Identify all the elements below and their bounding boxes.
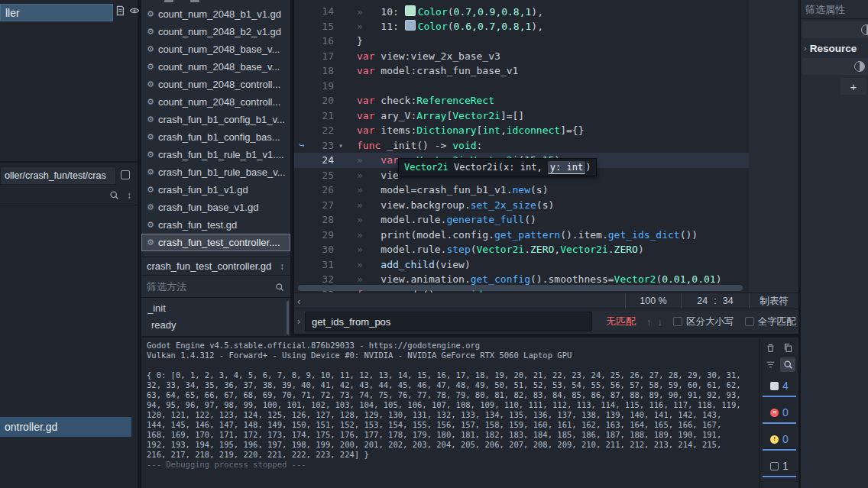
code-line[interactable]: 30» model.rule.step(Vector2i.ZERO,Vector…	[294, 242, 749, 257]
code-line[interactable]: 29» print(model.config.get_pattern().ite…	[294, 228, 749, 243]
console-line: 168, 169, 170, 171, 172, 173, 174, 175, …	[147, 430, 758, 440]
script-list-item[interactable]: ⚙crash_fun_b1_rule_base_v...	[141, 163, 290, 181]
code-line[interactable]: 14» 10: Color(0.7,0.9,0.8,1),	[294, 4, 749, 19]
eye-icon[interactable]	[129, 5, 140, 16]
sort-methods-icon[interactable]: ↕	[280, 261, 284, 272]
console-line	[147, 360, 758, 370]
script-list-item[interactable]: ⚙count_num_2048_controll...	[141, 76, 290, 93]
filesystem-filter-bar[interactable]: ↕	[0, 186, 138, 204]
console-line: { 0: [0, 1, 2, 3, 4, 5, 6, 7, 8, 9, 10, …	[147, 370, 758, 380]
script-list-item[interactable]: ⚙crash_fun_test_controller....	[141, 234, 290, 251]
fold-arrow-icon[interactable]: ▾	[334, 141, 348, 150]
code-area[interactable]: 14» 10: Color(0.7,0.9,0.8,1),15» 11: Col…	[294, 0, 749, 292]
script-list-item[interactable]: ⚙crash_fun_b1_config_b1_v...	[141, 111, 290, 128]
open-script-name-row[interactable]: crash_fun_test_controller.gd ↕	[141, 257, 290, 276]
resource-field[interactable]	[802, 21, 868, 38]
filter-messages-button[interactable]	[763, 357, 778, 372]
script-list-item[interactable]: ⚙crash_fun_test.gd	[141, 216, 290, 234]
resource-section-header[interactable]: › Resource	[802, 40, 868, 57]
gear-icon: ⚙	[147, 97, 154, 107]
find-input[interactable]	[305, 312, 592, 331]
code-line[interactable]: 15» 11: Color(0.6,0.7,0.8,1),	[294, 19, 749, 34]
code-line[interactable]: 16}	[294, 34, 749, 49]
script-name-label: count_num_2048_b1_v1.gd	[158, 8, 281, 20]
find-previous-icon[interactable]: ↑	[646, 316, 652, 328]
gear-icon: ⚙	[147, 202, 154, 212]
gear-icon: ⚙	[147, 220, 154, 230]
editor-messages-counter[interactable]: 1	[763, 456, 796, 477]
resource-icon	[861, 24, 868, 35]
script-list-item[interactable]: ⚙count_num_2048_base_v...	[141, 58, 290, 76]
errors-counter[interactable]: ×0	[763, 402, 796, 424]
script-list-item[interactable]: ⚙count_num_2048_base_v...	[141, 40, 290, 58]
gear-icon: ⚙	[147, 185, 154, 195]
line-number: 28	[309, 214, 334, 225]
filesystem-selected-file[interactable]: ontroller.gd	[0, 417, 131, 437]
method-list-scrollbar[interactable]	[287, 301, 289, 334]
clear-output-button[interactable]	[763, 341, 778, 355]
code-line[interactable]: 28» model.rule.generate_full()	[294, 212, 749, 228]
code-line[interactable]: 20var check:ReferenceRect	[294, 93, 749, 108]
cursor-line: 24	[697, 296, 708, 306]
horizontal-scrollbar[interactable]	[298, 285, 743, 291]
sort-icon[interactable]: ↕	[127, 190, 131, 201]
split-filesystem-button[interactable]	[119, 169, 131, 181]
gear-icon: ⚙	[147, 238, 154, 247]
code-line[interactable]: ↪23▾func _init() -> void:	[294, 138, 749, 154]
console-line: 120, 121, 122, 123, 124, 125, 126, 127, …	[147, 410, 758, 420]
console-line: Vulkan 1.4.312 - Forward+ - Using Device…	[147, 351, 758, 360]
line-number: 27	[309, 199, 334, 211]
script-list-item[interactable]: ⚙crash_fun_b1_v1.gd	[141, 181, 290, 199]
zoom-level[interactable]: 100 %	[625, 293, 681, 309]
chevron-right-icon[interactable]: ›	[297, 316, 305, 327]
messages-counter[interactable]: 4	[763, 376, 796, 397]
whole-words-checkbox[interactable]	[745, 317, 754, 326]
find-next-icon[interactable]: ↓	[658, 316, 663, 328]
code-line[interactable]: 19	[294, 79, 749, 94]
script-list-item[interactable]: ⚙count_num_2048_b2_v1.gd	[141, 23, 290, 40]
line-number: 18	[309, 65, 334, 76]
search-output-button[interactable]	[780, 357, 795, 372]
code-line[interactable]: 22var items:Dictionary[int,idconnect]={}	[294, 123, 749, 138]
cursor-separator: :	[714, 296, 716, 306]
find-bar: › 无匹配 ↑ ↓ 区分大小写 全字匹配 ×	[294, 309, 798, 334]
method-list-item[interactable]: _init	[141, 299, 290, 316]
code-line[interactable]: 18var model:crash_fun_base_v1	[294, 63, 749, 79]
warnings-counter[interactable]: !0	[763, 429, 796, 451]
method-filter-input[interactable]	[141, 280, 270, 293]
method-list-item[interactable]: ready	[141, 316, 290, 333]
script-list-item[interactable]: ⚙crash_fun_base_v1.gd	[141, 199, 290, 216]
line-number: 25	[309, 170, 334, 181]
code-line[interactable]: 27» view.backgroup.set_2x_size(s)	[294, 198, 749, 213]
add-metadata-button[interactable]: +	[840, 78, 866, 95]
collapse-panel-icon[interactable]: ‹	[294, 296, 300, 307]
code-lines: 14» 10: Color(0.7,0.9,0.8,1),15» 11: Col…	[294, 4, 749, 292]
inspector-filter-input[interactable]	[801, 3, 868, 16]
line-number: 32	[309, 273, 334, 285]
code-line[interactable]: 31» add_child(view)	[294, 257, 749, 273]
copy-output-button[interactable]	[780, 341, 795, 355]
code-line[interactable]: 26» model=crash_fun_b1_v1.new(s)	[294, 183, 749, 198]
code-line[interactable]: 21var ary_V:Array[Vector2i]=[]	[294, 108, 749, 124]
code-line[interactable]: 17var view:view_2x_base_v3	[294, 49, 749, 64]
script-name-label: count_num_2048_b2_v1.gd	[158, 26, 281, 37]
console-line: 216, 217, 218, 219, 220, 221, 222, 223, …	[147, 450, 758, 460]
script-list-item[interactable]: ⚙crash_fun_b1_rule_b1_v1....	[141, 146, 290, 163]
message-counters: 4×0!01	[763, 376, 796, 483]
color-swatch[interactable]	[405, 20, 416, 31]
script-list-item[interactable]: ⚙crash_fun_b1_config_bas...	[141, 128, 290, 146]
script-list-item[interactable]: ⚙count_num_2048_controll...	[141, 93, 290, 111]
case-sensitive-checkbox[interactable]	[673, 317, 682, 326]
resource-field[interactable]	[802, 58, 868, 75]
color-swatch[interactable]	[405, 5, 416, 16]
code-text: » model.rule.generate_full()	[348, 214, 536, 225]
scene-tree-selected-node[interactable]: ller	[0, 4, 113, 21]
script-list-item[interactable]: ⚙count_num_2048_b1_v1.gd	[141, 5, 290, 23]
script-icon[interactable]	[115, 5, 125, 16]
script-name-label: crash_fun_base_v1.gd	[158, 202, 259, 213]
counter-value: 4	[782, 380, 789, 392]
script-panel: ⚙count_num_2048_b1_v1.gd⚙count_num_2048_…	[141, 0, 290, 336]
indent-type[interactable]: 制表符	[749, 293, 798, 309]
filesystem-path[interactable]: oller/crash_fun/test/cras	[0, 166, 116, 185]
gear-icon: ⚙	[147, 167, 154, 177]
